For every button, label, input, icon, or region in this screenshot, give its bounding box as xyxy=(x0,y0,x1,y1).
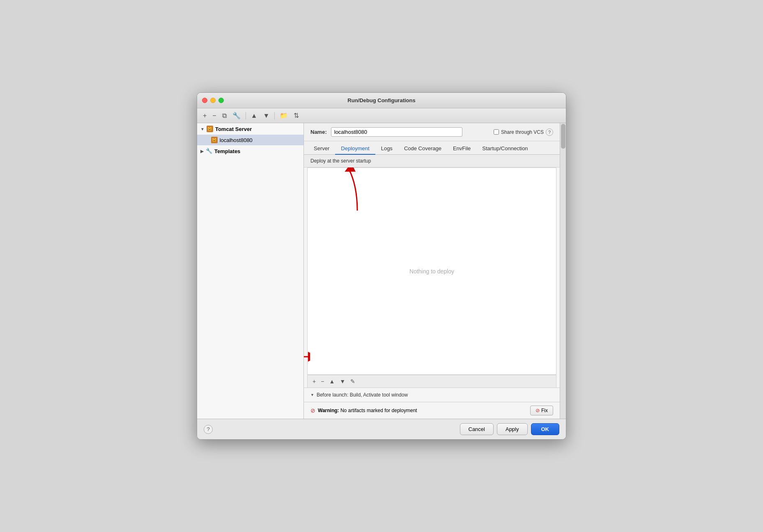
content-area: Name: Share through VCS ? Server Deploym… xyxy=(304,123,560,419)
add-config-button[interactable]: + xyxy=(201,111,208,120)
deploy-edit-button[interactable]: ✎ xyxy=(349,377,356,385)
wrench-config-button[interactable]: 🔧 xyxy=(231,111,242,120)
titlebar: Run/Debug Configurations xyxy=(197,93,566,108)
before-launch-label: Before launch: Build, Activate tool wind… xyxy=(317,392,408,398)
templates-section[interactable]: ▶ 🔧 Templates xyxy=(197,145,303,157)
cancel-button[interactable]: Cancel xyxy=(460,423,494,435)
ok-button[interactable]: OK xyxy=(531,423,560,435)
sidebar: ▼ 🐱 Tomcat Server 🐱 localhost8080 ▶ 🔧 Te… xyxy=(197,123,304,419)
deploy-down-button[interactable]: ▼ xyxy=(339,377,346,385)
maximize-button[interactable] xyxy=(218,98,224,103)
main-window: Run/Debug Configurations + − ⧉ 🔧 ▲ ▼ 📁 ⇅… xyxy=(197,92,566,440)
tab-envfile[interactable]: EnvFile xyxy=(447,143,476,155)
name-label: Name: xyxy=(310,129,327,135)
window-controls xyxy=(202,98,224,103)
deploy-area: Nothing to deploy xyxy=(307,167,556,375)
name-row: Name: Share through VCS ? xyxy=(304,123,560,141)
toolbar-separator-2 xyxy=(274,112,275,119)
localhost-label: localhost8080 xyxy=(220,137,253,143)
tab-startup-connection[interactable]: Startup/Connection xyxy=(476,143,533,155)
share-help-button[interactable]: ? xyxy=(546,128,553,136)
tab-deployment[interactable]: Deployment xyxy=(335,143,375,155)
deploy-section-label: Deploy at the server startup xyxy=(304,155,560,167)
share-vcs-checkbox[interactable] xyxy=(494,129,499,135)
name-input[interactable] xyxy=(331,127,462,137)
fix-icon: ⊘ xyxy=(535,408,540,413)
bottom-bar: ? Cancel Apply OK xyxy=(197,419,566,439)
move-down-button[interactable]: ▼ xyxy=(262,111,271,120)
before-launch-triangle-icon: ▼ xyxy=(310,393,314,397)
deploy-outer: Nothing to deploy + − ▲ ▼ ✎ xyxy=(304,167,560,388)
warning-bar: ⊘ Warning: Warning: No artifacts marked … xyxy=(304,402,560,419)
scrollbar-thumb[interactable] xyxy=(561,124,565,149)
tomcat-icon: 🐱 xyxy=(207,126,213,132)
tomcat-server-label: Tomcat Server xyxy=(215,126,252,132)
templates-label: Templates xyxy=(214,148,240,154)
close-button[interactable] xyxy=(202,98,207,103)
share-vcs-container: Share through VCS ? xyxy=(494,128,553,136)
warning-icon: ⊘ xyxy=(310,407,315,414)
move-up-button[interactable]: ▲ xyxy=(249,111,259,120)
tab-code-coverage[interactable]: Code Coverage xyxy=(398,143,447,155)
top-toolbar: + − ⧉ 🔧 ▲ ▼ 📁 ⇅ xyxy=(197,108,566,123)
tab-server[interactable]: Server xyxy=(308,143,335,155)
localhost-item[interactable]: 🐱 localhost8080 xyxy=(197,135,303,145)
nothing-to-deploy-label: Nothing to deploy xyxy=(409,268,454,275)
sort-button[interactable]: ⇅ xyxy=(292,111,301,120)
toolbar-separator xyxy=(246,112,246,119)
warning-text: Warning: Warning: No artifacts marked fo… xyxy=(318,408,417,413)
tabs-bar: Server Deployment Logs Code Coverage Env… xyxy=(304,141,560,155)
localhost-tomcat-icon: 🐱 xyxy=(211,137,218,143)
minimize-button[interactable] xyxy=(210,98,216,103)
vertical-scrollbar[interactable] xyxy=(560,123,566,419)
fix-button[interactable]: ⊘ Fix xyxy=(530,406,553,415)
help-button[interactable]: ? xyxy=(204,425,213,434)
copy-config-button[interactable]: ⧉ xyxy=(221,111,228,120)
tomcat-server-section[interactable]: ▼ 🐱 Tomcat Server xyxy=(197,123,303,135)
window-title: Run/Debug Configurations xyxy=(347,97,415,103)
main-layout: ▼ 🐱 Tomcat Server 🐱 localhost8080 ▶ 🔧 Te… xyxy=(197,123,566,419)
templates-wrench-icon: 🔧 xyxy=(206,148,212,154)
apply-button[interactable]: Apply xyxy=(497,423,528,435)
deployment-panel: Deploy at the server startup xyxy=(304,155,560,419)
deploy-up-button[interactable]: ▲ xyxy=(328,377,336,385)
expand-triangle-icon: ▼ xyxy=(200,127,205,131)
share-vcs-label: Share through VCS xyxy=(501,129,544,135)
deploy-add-button[interactable]: + xyxy=(312,377,317,385)
deploy-remove-button[interactable]: − xyxy=(320,377,325,385)
before-launch-section[interactable]: ▼ Before launch: Build, Activate tool wi… xyxy=(304,388,560,402)
tab-logs[interactable]: Logs xyxy=(375,143,398,155)
folder-button[interactable]: 📁 xyxy=(278,111,290,120)
fix-label: Fix xyxy=(541,408,548,413)
deploy-toolbar: + − ▲ ▼ ✎ xyxy=(307,375,556,388)
remove-config-button[interactable]: − xyxy=(211,111,218,120)
templates-triangle-icon: ▶ xyxy=(200,149,204,154)
